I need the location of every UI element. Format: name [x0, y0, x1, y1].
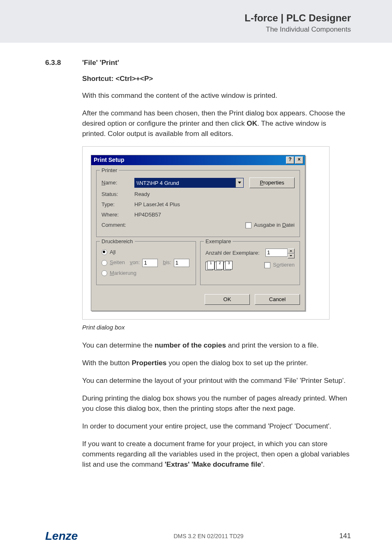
- printer-where-label: Where:: [101, 211, 134, 219]
- print-range-group: Druckbereich All Seiten von: bis:: [96, 241, 196, 285]
- output-to-file-checkbox[interactable]: Ausgabe in Datei: [245, 221, 295, 229]
- range-pages-radio[interactable]: Seiten von: bis:: [101, 259, 191, 267]
- help-button[interactable]: ?: [286, 157, 294, 164]
- printer-group: Printer Name: Properties Status: Ready: [96, 170, 300, 237]
- copies-a: You can determine the: [82, 341, 154, 349]
- document-paragraph: In order to document your entire project…: [82, 421, 351, 431]
- printer-name-combo[interactable]: [134, 178, 244, 188]
- print-setup-dialog: Print Setup ? × Printer Name: Properties: [91, 155, 305, 311]
- copies-group-legend: Exemplare: [204, 238, 233, 246]
- copies-paragraph: You can determine the number of the copi…: [82, 340, 351, 350]
- range-to-label: bis:: [163, 259, 171, 267]
- brand-title: L-force | PLC Designer: [0, 12, 351, 24]
- ok-button[interactable]: OK: [205, 294, 250, 305]
- range-selection-radio[interactable]: Markierung: [101, 269, 191, 277]
- dialog-body: Printer Name: Properties Status: Ready: [91, 165, 305, 311]
- collate-checkbox[interactable]: Sortieren: [264, 261, 295, 269]
- range-all-label: All: [110, 249, 115, 256]
- intro2-bold: OK: [247, 119, 257, 127]
- props-a: With the button: [82, 359, 131, 367]
- printer-group-legend: Printer: [100, 167, 119, 175]
- content-area: 6.3.8 'File' 'Print' Shortcut: <Ctrl>+<P…: [82, 58, 351, 470]
- range-all-radio[interactable]: All: [101, 249, 191, 256]
- copies-b: and print the version to a file.: [226, 341, 318, 349]
- docframe-b: .: [263, 460, 265, 468]
- collate-icon: 1 1 2 2 3 3: [205, 261, 232, 270]
- printer-name-row: Name: Properties: [101, 177, 295, 189]
- spin-down-icon[interactable]: [288, 253, 295, 258]
- section-heading: 6.3.8 'File' 'Print': [82, 58, 351, 68]
- close-button[interactable]: ×: [295, 157, 303, 164]
- page-header: L-force | PLC Designer The Individual Co…: [0, 0, 392, 43]
- dialog-titlebar: Print Setup ? ×: [91, 155, 305, 165]
- section-number: 6.3.8: [45, 58, 82, 68]
- printer-type-label: Type:: [101, 201, 134, 209]
- printer-status-row: Status: Ready: [101, 191, 295, 198]
- layout-paragraph: You can determine the layout of your pri…: [82, 375, 351, 386]
- brand-section: The Individual Components: [0, 25, 351, 34]
- docframe-paragraph: If you want to create a document frame f…: [82, 439, 351, 470]
- printer-name-label: Name:: [101, 179, 134, 187]
- printer-where-row: Where: HP4D5B57: [101, 211, 295, 219]
- range-to-input[interactable]: [174, 259, 189, 267]
- intro-paragraph-2: After the command has been chosen, then …: [82, 108, 351, 139]
- range-pages-label: Seiten: [110, 259, 125, 267]
- props-b: you open the dialog box to set up the pr…: [166, 359, 308, 367]
- printer-comment-label: Comment:: [101, 221, 134, 229]
- checkbox-icon: [245, 222, 251, 228]
- dialog-buttons: OK Cancel: [96, 294, 300, 305]
- printer-name-input[interactable]: [135, 178, 235, 187]
- print-range-legend: Druckbereich: [100, 238, 135, 246]
- range-copies-row: Druckbereich All Seiten von: bis:: [96, 241, 300, 289]
- collate-label: Sortieren: [273, 261, 295, 269]
- printer-type-row: Type: HP LaserJet 4 Plus: [101, 201, 295, 209]
- properties-paragraph: With the button Properties you open the …: [82, 358, 351, 368]
- figure-caption: Print dialog box: [82, 323, 351, 332]
- dialog-frame: Print Setup ? × Printer Name: Properties: [82, 146, 330, 320]
- copies-group: Exemplare Anzahl der Exemplare:: [200, 241, 300, 285]
- range-from-label: von:: [130, 259, 140, 267]
- checkbox-icon: [264, 262, 270, 268]
- section-title: 'File' 'Print': [82, 58, 119, 68]
- printer-status-value: Ready: [134, 191, 150, 198]
- range-selection-label: Markierung: [110, 269, 136, 277]
- copies-count-row: Anzahl der Exemplare:: [205, 249, 295, 258]
- spin-up-icon[interactable]: [288, 249, 295, 253]
- dialog-title: Print Setup: [94, 156, 285, 164]
- copies-count-stepper[interactable]: [265, 249, 295, 258]
- chevron-down-icon[interactable]: [235, 178, 243, 187]
- intro-paragraph-1: With this command the content of the act…: [82, 90, 351, 101]
- docframe-bold: 'Extras' 'Make docuframe file': [165, 460, 263, 468]
- collate-row: 1 1 2 2 3 3 Sortieren: [205, 261, 295, 270]
- brand-logo: Lenze: [45, 530, 78, 543]
- copies-count-label: Anzahl der Exemplare:: [205, 249, 260, 257]
- footer-page-number: 141: [339, 532, 351, 540]
- radio-off-icon: [101, 270, 107, 276]
- printer-status-label: Status:: [101, 191, 134, 198]
- properties-button[interactable]: Properties: [249, 177, 295, 189]
- cancel-button[interactable]: Cancel: [255, 294, 300, 305]
- output-to-file-label: Ausgabe in Datei: [254, 221, 295, 229]
- footer-doc-id: DMS 3.2 EN 02/2011 TD29: [78, 533, 339, 539]
- copies-bold: number of the copies: [154, 341, 226, 349]
- range-from-input[interactable]: [142, 259, 158, 267]
- copies-count-input[interactable]: [265, 249, 288, 257]
- printer-where-value: HP4D5B57: [134, 211, 161, 219]
- printer-type-value: HP LaserJet 4 Plus: [134, 201, 180, 209]
- during-paragraph: During printing the dialog box shows you…: [82, 393, 351, 414]
- radio-on-icon: [101, 249, 107, 255]
- props-bold: Properties: [131, 359, 166, 367]
- printer-comment-row: Comment: Ausgabe in Datei: [101, 221, 295, 229]
- page-footer: Lenze DMS 3.2 EN 02/2011 TD29 141: [45, 530, 351, 543]
- shortcut-line: Shortcut: <Ctrl>+<P>: [82, 74, 351, 84]
- radio-off-icon: [101, 260, 107, 266]
